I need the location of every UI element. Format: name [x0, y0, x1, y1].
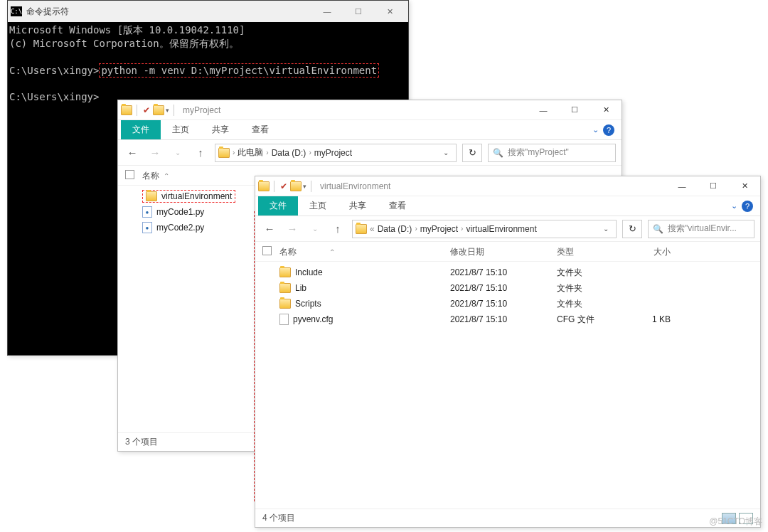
- python-file-icon: ●: [142, 222, 152, 233]
- close-button[interactable]: ✕: [590, 100, 622, 120]
- qat-properties-icon[interactable]: ✔: [142, 105, 151, 115]
- column-name[interactable]: 名称 ⌃: [279, 246, 450, 258]
- cmd-titlebar[interactable]: C:\ 命令提示符 — ☐ ✕: [8, 1, 408, 22]
- minimize-button[interactable]: —: [528, 100, 559, 120]
- qat-newfolder-icon[interactable]: [290, 181, 302, 191]
- list-item[interactable]: Scripts 2021/8/7 15:10 文件夹: [262, 296, 753, 312]
- chevron-right-icon[interactable]: ›: [233, 149, 235, 156]
- file-name: virtualEnvironment: [161, 191, 232, 201]
- search-icon: 🔍: [493, 148, 503, 158]
- help-icon[interactable]: ?: [603, 124, 614, 136]
- ribbon-expand-icon[interactable]: ⌄: [731, 201, 737, 211]
- address-dropdown-icon[interactable]: ⌄: [599, 225, 613, 233]
- folder-icon: [146, 191, 157, 201]
- up-button[interactable]: ↑: [192, 144, 209, 161]
- folder-icon: [279, 267, 291, 277]
- file-date: 2021/8/7 15:10: [450, 283, 557, 293]
- sort-indicator-icon: ⌃: [329, 248, 335, 256]
- chevron-right-icon[interactable]: ›: [415, 225, 417, 233]
- column-type[interactable]: 类型: [557, 246, 635, 258]
- tab-home[interactable]: 主页: [161, 120, 201, 139]
- minimize-button[interactable]: —: [311, 1, 343, 21]
- chevron-right-icon[interactable]: ›: [266, 149, 268, 156]
- tab-view[interactable]: 查看: [240, 120, 280, 139]
- recent-dropdown[interactable]: ⌄: [306, 220, 324, 238]
- item-count: 3 个项目: [125, 436, 158, 448]
- address-bar[interactable]: › 此电脑 › Data (D:) › myProject ⌄: [215, 144, 457, 162]
- tab-home[interactable]: 主页: [298, 196, 338, 216]
- list-item[interactable]: Lib 2021/8/7 15:10 文件夹: [262, 280, 753, 296]
- refresh-button[interactable]: ↻: [622, 220, 642, 238]
- cmd-body[interactable]: Microsoft Windows [版本 10.0.19042.1110] (…: [8, 22, 408, 105]
- qat-newfolder-icon[interactable]: [153, 105, 164, 115]
- qat-properties-icon[interactable]: ✔: [279, 181, 289, 191]
- maximize-button[interactable]: ☐: [698, 176, 729, 196]
- search-placeholder: 搜索"virtualEnvir...: [668, 223, 737, 235]
- select-all-checkbox[interactable]: [262, 246, 272, 255]
- highlighted-command: python -m venv D:\myProject\virtualEnvir…: [99, 63, 379, 78]
- breadcrumb-folder2[interactable]: virtualEnvironment: [466, 224, 536, 234]
- cmd-title: 命令提示符: [26, 6, 69, 18]
- cmd-icon: C:\: [11, 6, 22, 16]
- file-type: 文件夹: [557, 282, 635, 294]
- exp2-filelist: Include 2021/8/7 15:10 文件夹 Lib 2021/8/7 …: [255, 262, 760, 330]
- refresh-button[interactable]: ↻: [462, 144, 482, 162]
- sort-indicator-icon: ⌃: [164, 172, 169, 180]
- recent-dropdown[interactable]: ⌄: [169, 144, 186, 161]
- file-name: pyvenv.cfg: [293, 314, 333, 324]
- explorer-virtualenvironment-window: ✔ ▾ virtualEnvironment — ☐ ✕ 文件 主页 共享 查看…: [255, 176, 761, 528]
- tab-file[interactable]: 文件: [258, 196, 298, 216]
- exp2-columns: 名称 ⌃ 修改日期 类型 大小: [255, 242, 760, 262]
- qat-dropdown-icon[interactable]: ▾: [166, 107, 169, 114]
- help-icon[interactable]: ?: [742, 201, 753, 212]
- breadcrumb-pc[interactable]: 此电脑: [238, 147, 263, 159]
- breadcrumb-drive[interactable]: Data (D:): [378, 224, 412, 234]
- file-type: 文件夹: [557, 298, 635, 310]
- column-size[interactable]: 大小: [635, 246, 678, 258]
- breadcrumb-prefix[interactable]: «: [370, 224, 375, 234]
- address-bar[interactable]: « Data (D:) › myProject › virtualEnviron…: [352, 220, 617, 238]
- list-item[interactable]: pyvenv.cfg 2021/8/7 15:10 CFG 文件 1 KB: [262, 312, 753, 327]
- folder-icon: [279, 299, 291, 309]
- qat-dropdown-icon[interactable]: ▾: [303, 183, 306, 190]
- ribbon-expand-icon[interactable]: ⌄: [592, 125, 599, 134]
- tab-view[interactable]: 查看: [378, 196, 417, 216]
- column-date[interactable]: 修改日期: [450, 246, 557, 258]
- file-type: 文件夹: [557, 267, 635, 279]
- exp2-titlebar[interactable]: ✔ ▾ virtualEnvironment — ☐ ✕: [255, 176, 760, 196]
- breadcrumb-folder[interactable]: myProject: [314, 148, 352, 158]
- cfg-file-icon: [279, 314, 289, 325]
- back-button[interactable]: ←: [261, 220, 278, 238]
- breadcrumb-drive[interactable]: Data (D:): [272, 148, 306, 158]
- minimize-button[interactable]: —: [666, 176, 698, 196]
- maximize-button[interactable]: ☐: [559, 100, 590, 120]
- tab-file[interactable]: 文件: [121, 120, 161, 139]
- chevron-right-icon[interactable]: ›: [309, 149, 311, 156]
- tab-share[interactable]: 共享: [201, 120, 240, 139]
- tab-share[interactable]: 共享: [338, 196, 378, 216]
- forward-button[interactable]: →: [284, 220, 301, 238]
- address-dropdown-icon[interactable]: ⌄: [439, 149, 453, 156]
- file-type: CFG 文件: [557, 314, 635, 326]
- file-name: Scripts: [295, 299, 321, 309]
- exp2-title: virtualEnvironment: [320, 181, 390, 191]
- search-input[interactable]: 🔍 搜索"myProject": [488, 144, 616, 162]
- search-icon: 🔍: [653, 224, 663, 234]
- file-name: Include: [295, 267, 323, 277]
- select-all-checkbox[interactable]: [125, 170, 134, 179]
- forward-button[interactable]: →: [146, 144, 164, 161]
- search-input[interactable]: 🔍 搜索"virtualEnvir...: [648, 220, 754, 238]
- folder-icon: [258, 181, 270, 191]
- breadcrumb-folder1[interactable]: myProject: [420, 224, 458, 234]
- item-count: 4 个项目: [262, 512, 295, 524]
- close-button[interactable]: ✕: [729, 176, 760, 196]
- exp1-titlebar[interactable]: ✔ ▾ myProject — ☐ ✕: [118, 100, 622, 120]
- up-button[interactable]: ↑: [329, 220, 346, 238]
- list-item[interactable]: Include 2021/8/7 15:10 文件夹: [262, 265, 753, 280]
- back-button[interactable]: ←: [124, 144, 141, 161]
- exp2-statusbar: 4 个项目: [255, 509, 760, 527]
- chevron-right-icon[interactable]: ›: [461, 225, 463, 233]
- maximize-button[interactable]: ☐: [343, 1, 374, 21]
- close-button[interactable]: ✕: [374, 1, 405, 21]
- folder-icon: [121, 105, 132, 115]
